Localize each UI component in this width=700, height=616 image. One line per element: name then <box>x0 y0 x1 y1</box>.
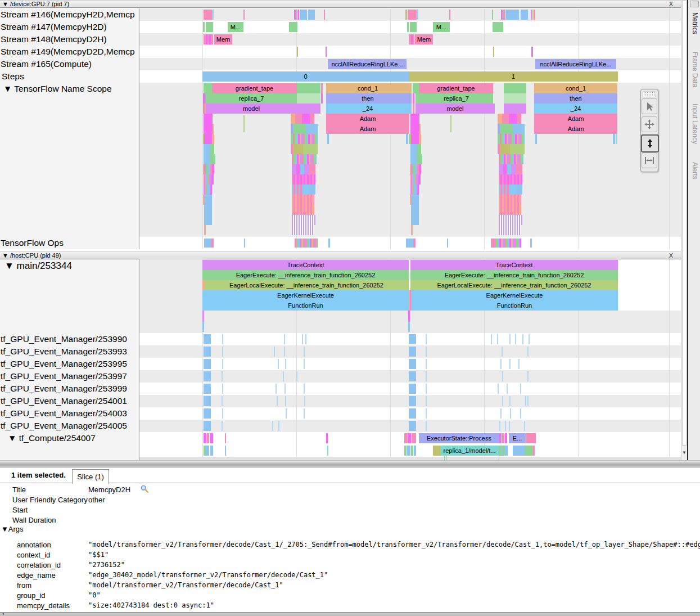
trace-event[interactable]: replica_1/model/t... <box>440 446 499 456</box>
trace-event[interactable] <box>413 239 416 248</box>
trace-event[interactable] <box>535 134 537 144</box>
trace-event[interactable] <box>526 433 536 443</box>
trace-event[interactable] <box>500 134 525 144</box>
trace-event[interactable] <box>298 10 299 20</box>
trace-event[interactable]: EagerExecute: __inference_train_function… <box>202 270 409 280</box>
trace-event[interactable] <box>417 144 421 154</box>
trace-event[interactable] <box>204 239 211 248</box>
trace-event[interactable] <box>450 115 451 132</box>
trace-event[interactable] <box>499 215 522 225</box>
trace-event[interactable]: E... <box>509 433 526 443</box>
trace-event[interactable] <box>518 359 520 369</box>
trace-event[interactable] <box>204 215 212 225</box>
trace-event[interactable] <box>309 164 315 174</box>
trace-event[interactable] <box>406 134 408 144</box>
trace-event[interactable] <box>204 114 213 124</box>
trace-event[interactable] <box>509 359 511 369</box>
trace-event[interactable] <box>278 359 279 369</box>
row-label[interactable]: ▼ main/253344 <box>0 260 143 272</box>
trace-event[interactable] <box>321 93 323 104</box>
trace-event[interactable] <box>533 446 535 456</box>
trace-event[interactable] <box>204 10 212 20</box>
trace-event[interactable] <box>300 10 307 20</box>
trace-event[interactable] <box>292 215 315 225</box>
trace-event[interactable] <box>289 22 297 32</box>
trace-event[interactable] <box>293 144 303 154</box>
trace-event[interactable]: EagerLocalExecute: __inference_train_fun… <box>410 280 618 290</box>
trace-event[interactable] <box>405 10 407 20</box>
trace-event[interactable]: then <box>326 93 409 104</box>
trace-event[interactable] <box>207 433 209 443</box>
trace-event[interactable] <box>502 114 509 124</box>
trace-event[interactable] <box>521 10 528 20</box>
args-section-header[interactable]: ▼Args <box>1 525 24 533</box>
trace-event[interactable] <box>295 114 302 124</box>
trace-event[interactable] <box>510 144 525 154</box>
trace-event[interactable] <box>493 22 503 32</box>
trace-event[interactable] <box>529 334 530 344</box>
trace-event[interactable] <box>409 83 412 93</box>
row-label[interactable]: ▼ tf_Compute/254007 <box>0 432 146 444</box>
trace-event[interactable] <box>532 10 534 20</box>
zoom-tool-button[interactable] <box>641 134 659 152</box>
trace-event[interactable] <box>222 408 223 419</box>
trace-event[interactable]: _24 <box>326 104 409 114</box>
trace-event[interactable]: Mem <box>214 34 232 44</box>
trace-event[interactable] <box>410 114 419 124</box>
drag-handle[interactable] <box>643 91 656 97</box>
trace-event[interactable] <box>504 83 526 93</box>
trace-event[interactable] <box>413 83 419 93</box>
trace-event[interactable] <box>499 421 500 431</box>
trace-event[interactable]: _24 <box>534 104 617 114</box>
trace-event[interactable]: Adam <box>534 114 617 124</box>
trace-event[interactable] <box>327 446 328 456</box>
trace-event[interactable] <box>499 185 510 195</box>
trace-event[interactable] <box>499 456 499 460</box>
trace-event[interactable]: model <box>416 104 495 114</box>
trace-event[interactable] <box>419 134 421 144</box>
trace-event[interactable] <box>296 10 297 20</box>
trace-event[interactable]: 0 <box>202 71 409 82</box>
trace-event[interactable] <box>499 154 523 164</box>
trace-event[interactable]: then <box>534 93 617 104</box>
sidebar-corner-box[interactable] <box>690 1 699 7</box>
trace-event[interactable] <box>408 322 410 332</box>
trace-event[interactable] <box>204 124 213 134</box>
trace-event[interactable] <box>404 446 407 456</box>
trace-event[interactable] <box>292 174 315 185</box>
trace-event[interactable] <box>502 371 503 381</box>
trace-event[interactable]: EagerLocalExecute: __inference_train_fun… <box>204 280 409 290</box>
trace-event[interactable] <box>304 347 305 357</box>
trace-event[interactable] <box>409 371 416 381</box>
trace-event[interactable] <box>505 433 507 443</box>
trace-event[interactable] <box>413 104 414 114</box>
trace-event[interactable]: EagerKernelExecute <box>411 290 618 300</box>
trace-event[interactable] <box>243 115 245 132</box>
row-label[interactable]: ▼ TensorFlow Name Scope <box>0 83 142 95</box>
trace-event[interactable] <box>426 359 427 369</box>
trace-event[interactable]: 1 <box>409 71 618 82</box>
trace-event[interactable] <box>426 347 427 357</box>
trace-event[interactable] <box>527 347 529 357</box>
trace-event[interactable] <box>510 185 516 195</box>
sidebar-tab-alerts[interactable]: Alerts <box>691 162 699 179</box>
trace-event[interactable]: gradient_tape <box>419 83 493 93</box>
trace-event[interactable] <box>222 421 223 431</box>
trace-event[interactable] <box>410 22 417 32</box>
selection-tool-button[interactable] <box>642 98 657 114</box>
trace-event[interactable] <box>499 225 521 235</box>
trace-event[interactable] <box>204 421 211 431</box>
trace-event[interactable] <box>305 124 318 134</box>
trace-event[interactable] <box>412 433 416 443</box>
trace-event[interactable] <box>204 83 212 93</box>
trace-event[interactable] <box>426 408 427 419</box>
trace-event[interactable] <box>507 164 511 174</box>
trace-event[interactable]: ncclAllReduceRingLLKe... <box>535 59 616 69</box>
trace-event[interactable] <box>292 205 312 215</box>
host-pane-close-icon[interactable]: X <box>669 252 673 259</box>
trace-event[interactable] <box>616 134 617 144</box>
trace-event[interactable] <box>295 239 318 248</box>
trace-event[interactable] <box>204 408 211 419</box>
trace-event[interactable] <box>512 124 525 134</box>
trace-event[interactable] <box>500 359 502 369</box>
